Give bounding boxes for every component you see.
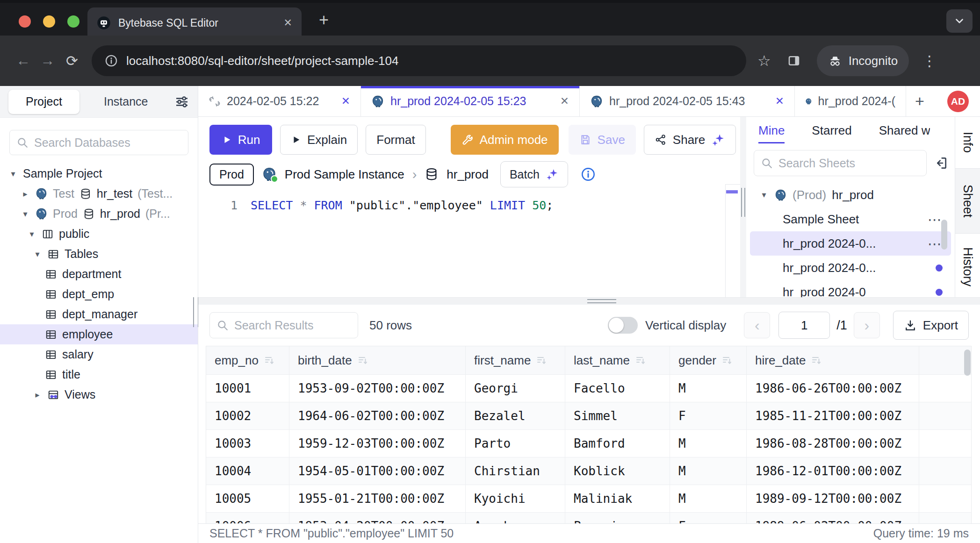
sheet-tab-3[interactable]: hr_prod 2024-02-05 15:43 ✕ [580,86,795,116]
tree-item-hr-prod[interactable]: ▾ Prod hr_prod (Pr... [0,204,198,224]
tab-search-button[interactable] [946,9,973,33]
minimize-window-button[interactable] [43,15,55,28]
caret-right-icon[interactable]: ▸ [21,189,30,199]
sheet-item-sample-sheet[interactable]: Sample Sheet ⋯ [746,207,955,231]
tree-item-table-employee[interactable]: employee [0,324,198,344]
user-avatar[interactable]: AD [947,91,969,112]
table-row[interactable]: 100011953-09-02T00:00:00ZGeorgiFacelloM1… [206,375,971,402]
more-menu-icon[interactable]: ⋯ [928,236,943,252]
sort-icon[interactable] [264,355,275,366]
ai-sparkles-icon[interactable] [711,133,725,147]
table-scrollbar[interactable] [964,350,971,376]
tree-item-table-salary[interactable]: salary [0,344,198,364]
run-button[interactable]: Run [209,125,272,155]
filter-settings-icon[interactable] [174,94,189,109]
browser-menu-button[interactable]: ⋮ [922,52,937,70]
rail-tab-history[interactable]: History [955,234,980,300]
instance-name[interactable]: Prod Sample Instance [285,167,404,182]
sheet-group-hr-prod[interactable]: ▾ (Prod) hr_prod [746,183,955,207]
save-button[interactable]: Save [569,125,636,155]
caret-down-icon[interactable]: ▾ [759,190,769,200]
sort-icon[interactable] [721,355,733,366]
sort-icon[interactable] [635,355,646,366]
export-button[interactable]: Export [893,311,969,340]
page-number-input[interactable] [778,312,830,339]
sort-icon[interactable] [357,355,368,366]
column-header-last-name[interactable]: last_name [565,346,670,374]
sheet-list-scrollbar[interactable] [941,220,947,250]
rail-tab-info[interactable]: Info [955,117,980,168]
url-text[interactable]: localhost:8080/sql-editor/sheet/project-… [126,54,398,68]
collapse-panel-icon[interactable] [933,156,948,171]
tree-item-table-title[interactable]: title [0,364,198,385]
tab-instance[interactable]: Instance [104,95,148,108]
editor-minimap[interactable] [725,184,740,297]
tab-mine[interactable]: Mine [758,123,785,143]
tree-item-schema-public[interactable]: ▾ public [0,224,198,244]
address-bar[interactable]: localhost:8080/sql-editor/sheet/project-… [92,45,746,76]
table-row-clipped[interactable]: 100061953-04-20T00:00:00ZAnnekePreusigF1… [206,513,971,523]
search-sheets-input[interactable] [778,157,920,170]
new-sheet-button[interactable]: + [906,86,933,116]
reload-button[interactable]: ⟳ [60,52,84,70]
sheet-item-current[interactable]: hr_prod 2024-0... ⋯ [750,231,951,256]
share-button[interactable]: Share [644,125,736,155]
next-page-button[interactable]: › [854,312,880,338]
sheet-tab-2-active[interactable]: hr_prod 2024-02-05 15:23 ✕ [361,86,580,116]
side-panel-icon[interactable] [787,54,801,68]
search-databases-input[interactable] [34,136,181,150]
sheet-item-unsaved-1[interactable]: hr_prod 2024-0... [746,256,955,280]
database-name[interactable]: hr_prod [447,167,489,182]
column-header-gender[interactable]: gender [670,346,747,374]
column-header-first-name[interactable]: first_name [466,346,565,374]
column-header-birth-date[interactable]: birth_date [289,346,466,374]
table-row[interactable]: 100031959-12-03T00:00:00ZPartoBamfordM19… [206,430,971,457]
horizontal-splitter[interactable] [198,297,980,305]
table-row[interactable]: 100021964-06-02T00:00:00ZBezalelSimmelF1… [206,402,971,430]
column-header-hire-date[interactable]: hire_date [747,346,919,374]
site-info-icon[interactable] [105,54,118,67]
table-row[interactable]: 100041954-05-01T00:00:00ZChirstianKoblic… [206,457,971,485]
info-icon[interactable] [581,167,596,182]
maximize-window-button[interactable] [67,15,79,28]
tree-item-table-dept-emp[interactable]: dept_emp [0,284,198,304]
tab-starred[interactable]: Starred [812,123,851,143]
tree-item-tables-group[interactable]: ▾ Tables [0,244,198,264]
sql-code-editor[interactable]: 1 SELECT * FROM "public"."employee" LIMI… [198,196,740,215]
sort-icon[interactable] [811,355,822,366]
sql-line[interactable]: SELECT * FROM "public"."employee" LIMIT … [238,196,553,215]
close-sheet-icon[interactable]: ✕ [341,95,350,107]
close-sheet-icon[interactable]: ✕ [560,95,569,107]
caret-down-icon[interactable]: ▾ [33,249,42,259]
vertical-splitter[interactable] [740,117,746,297]
horizontal-splitter-handle[interactable] [587,299,616,303]
sheet-search-box[interactable] [754,150,927,176]
more-menu-icon[interactable]: ⋯ [928,211,943,228]
admin-mode-button[interactable]: Admin mode [451,125,559,155]
tree-item-table-department[interactable]: department [0,264,198,284]
tree-item-project[interactable]: ▾ Sample Project [0,164,198,184]
explain-button[interactable]: Explain [280,125,358,155]
tree-item-table-dept-manager[interactable]: dept_manager [0,304,198,324]
back-button[interactable]: ← [11,52,36,69]
tab-project[interactable]: Project [8,90,79,114]
close-sheet-icon[interactable]: ✕ [775,95,784,107]
tab-shared-with-me[interactable]: Shared w [879,123,930,143]
batch-button[interactable]: Batch [500,161,568,187]
tree-item-hr-test[interactable]: ▸ Test hr_test (Test... [0,184,198,204]
sort-icon[interactable] [536,355,547,366]
column-header-emp-no[interactable]: emp_no [206,346,289,374]
vertical-splitter-handle[interactable] [741,188,745,217]
search-results-input[interactable] [234,319,351,332]
caret-down-icon[interactable]: ▾ [21,209,30,219]
table-row[interactable]: 100051955-01-21T00:00:00ZKyoichiMaliniak… [206,485,971,513]
caret-down-icon[interactable]: ▾ [8,169,18,179]
bookmark-star-icon[interactable]: ☆ [757,52,771,70]
prev-page-button[interactable]: ‹ [744,312,770,338]
close-window-button[interactable] [19,15,31,28]
new-tab-button[interactable]: + [319,10,329,30]
close-tab-icon[interactable]: ✕ [284,17,292,29]
results-search-box[interactable] [209,312,358,338]
tree-item-views-group[interactable]: ▸ Views [0,385,198,405]
caret-down-icon[interactable]: ▾ [27,229,36,239]
